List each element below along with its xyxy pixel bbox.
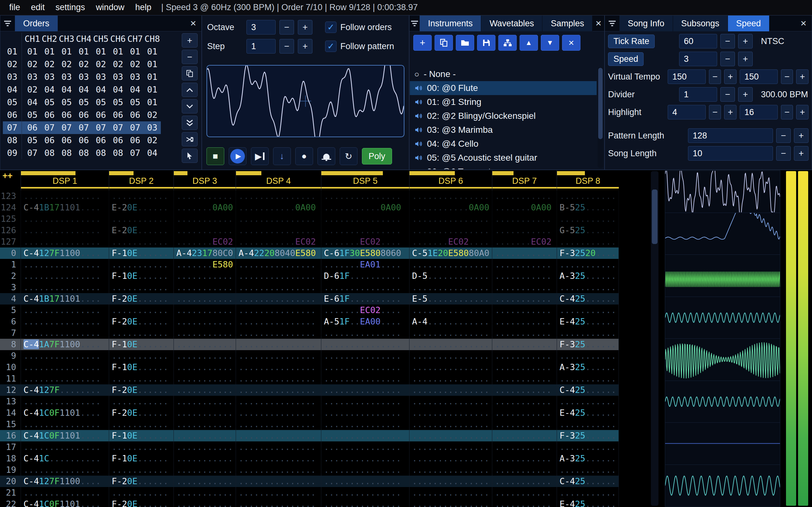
channel-header[interactable]: DSP 6 [409, 170, 492, 190]
pattern-cell[interactable]: ........... [492, 373, 557, 384]
order-cell[interactable]: 01 [144, 58, 161, 71]
virtual-tempo-num-decrease-button[interactable]: − [709, 69, 721, 84]
pattern-cell[interactable]: ............... [321, 453, 409, 464]
pattern-cell[interactable]: ............... [409, 498, 492, 507]
order-cell[interactable]: 02 [75, 58, 92, 71]
pattern-cell[interactable]: ............... [409, 282, 492, 293]
pattern-cell[interactable]: C-425...... [557, 384, 619, 396]
channel-header[interactable]: DSP 5 [321, 170, 409, 190]
instrument-move-down-button[interactable]: ▼ [541, 35, 559, 51]
pattern-cell[interactable]: ............... [409, 339, 492, 350]
instrument-item[interactable]: 00: @0 Flute [410, 81, 597, 95]
pattern-cell[interactable]: ............... [321, 498, 409, 507]
pattern-cell[interactable]: ........... [173, 464, 236, 475]
pattern-cell[interactable]: ........... [557, 304, 619, 316]
pattern-cell[interactable]: ............... [20, 282, 109, 293]
pattern-cell[interactable]: ........... [492, 327, 557, 339]
pattern-cell[interactable]: ........... [173, 316, 236, 327]
pattern-cell[interactable]: ........... [109, 396, 173, 407]
octave-decrease-button[interactable]: − [280, 20, 294, 35]
channel-header[interactable]: DSP 4 [236, 170, 321, 190]
pattern-cell[interactable]: A-4............ [409, 316, 492, 327]
divider-increase-button[interactable]: + [738, 87, 753, 102]
pattern-cell[interactable]: ........... [557, 441, 619, 453]
pattern-cell[interactable]: ............... [236, 190, 321, 202]
instrument-list-scrollbar[interactable] [598, 67, 603, 168]
window-menu-icon[interactable] [409, 20, 420, 26]
order-cell[interactable]: 04 [144, 147, 161, 159]
pattern-cell[interactable]: A-325...... [557, 361, 619, 373]
pattern-cell[interactable]: ............... [236, 407, 321, 418]
instrument-save-button[interactable] [477, 35, 496, 51]
order-cell[interactable]: 01 [126, 45, 144, 58]
metronome-button[interactable] [317, 147, 335, 165]
pattern-cell[interactable]: .......EC02.... [321, 236, 409, 247]
close-icon[interactable]: × [795, 17, 812, 29]
pattern-cell[interactable]: ............... [409, 190, 492, 202]
pattern-cell[interactable]: ........... [557, 487, 619, 498]
order-cell[interactable]: 04 [41, 83, 58, 96]
order-cell[interactable]: 06 [109, 109, 126, 121]
order-cell[interactable]: 03 [144, 121, 161, 134]
pattern-cell[interactable]: ............... [20, 213, 109, 225]
instrument-item[interactable]: 03: @3 Marimba [410, 123, 597, 137]
order-cell[interactable]: 07 [58, 121, 75, 134]
pattern-cell[interactable]: ............... [321, 339, 409, 350]
pattern-cell[interactable]: ........... [492, 361, 557, 373]
pattern-cell[interactable]: C-41C0F1101.... [20, 430, 109, 441]
pattern-scrollbar[interactable] [651, 171, 658, 506]
order-cell[interactable]: 05 [24, 109, 41, 121]
order-cell[interactable]: 07 [126, 147, 144, 159]
highlight-first-decrease-button[interactable]: − [709, 105, 721, 119]
pattern-cell[interactable]: ............... [321, 430, 409, 441]
pattern-cell[interactable]: E-425...... [557, 316, 619, 327]
pattern-cell[interactable]: ........... [109, 236, 173, 247]
divider-input[interactable]: 1 [679, 87, 717, 102]
pattern-cell[interactable]: ........... [557, 373, 619, 384]
tick-rate-increase-button[interactable]: + [738, 34, 753, 49]
tab-subsongs[interactable]: Subsongs [673, 15, 728, 32]
pattern-cell[interactable]: ........... [492, 304, 557, 316]
order-add-button[interactable]: + [182, 33, 198, 48]
order-cell[interactable]: 03 [92, 71, 109, 83]
pattern-cell[interactable]: C-4127F1100.... [20, 475, 109, 487]
pattern-cell[interactable]: ............... [236, 225, 321, 236]
instrument-duplicate-button[interactable] [435, 35, 453, 51]
pattern-cell[interactable]: ............... [20, 373, 109, 384]
pattern-cell[interactable]: D-61F.......... [321, 270, 409, 282]
pattern-cell[interactable]: C-61F30E5808060 [321, 247, 409, 259]
pattern-cell[interactable]: ........... [492, 430, 557, 441]
pattern-cell[interactable]: ........... [557, 396, 619, 407]
pattern-cell[interactable]: E-61F.......... [321, 293, 409, 304]
pattern-cell[interactable]: ............... [236, 282, 321, 293]
pattern-cell[interactable]: ............... [236, 396, 321, 407]
follow-orders-checkbox[interactable]: ✓ [325, 21, 337, 33]
instrument-item[interactable]: 01: @1 String [410, 95, 597, 109]
pattern-cell[interactable]: ........... [492, 190, 557, 202]
order-cell[interactable]: 07 [109, 121, 126, 134]
orders-row[interactable]: 080506060606060602 [3, 134, 161, 147]
pattern-cell[interactable]: ........... [173, 384, 236, 396]
order-move-down-button[interactable] [182, 99, 198, 113]
pattern-cell[interactable]: ............... [20, 396, 109, 407]
pattern-cell[interactable]: ........... [492, 475, 557, 487]
instrument-item[interactable]: 06: @6 Trumpet [410, 165, 597, 169]
channel-header[interactable]: DSP 2 [109, 170, 173, 190]
order-cell[interactable]: 03 [58, 71, 75, 83]
pattern-cell[interactable]: ...........0A00 [409, 202, 492, 213]
pattern-cell[interactable]: ............... [20, 361, 109, 373]
pattern-cell[interactable]: ........... [173, 282, 236, 293]
pattern-cell[interactable]: ............... [409, 396, 492, 407]
order-cell[interactable]: 02 [41, 58, 58, 71]
pattern-cell[interactable]: ........... [173, 327, 236, 339]
speed-input[interactable]: 3 [679, 52, 717, 66]
pattern-cell[interactable]: ............... [236, 498, 321, 507]
pattern-cell[interactable]: ........... [557, 327, 619, 339]
pattern-cell[interactable]: ........... [557, 259, 619, 270]
pattern-cell[interactable]: C-41C.......... [20, 453, 109, 464]
order-cell[interactable]: 04 [109, 83, 126, 96]
order-cell[interactable]: 05 [75, 96, 92, 109]
pattern-cell[interactable]: C-4127F........ [20, 384, 109, 396]
channel-header[interactable]: DSP 3 [173, 170, 236, 190]
pattern-cell[interactable]: ............... [321, 225, 409, 236]
